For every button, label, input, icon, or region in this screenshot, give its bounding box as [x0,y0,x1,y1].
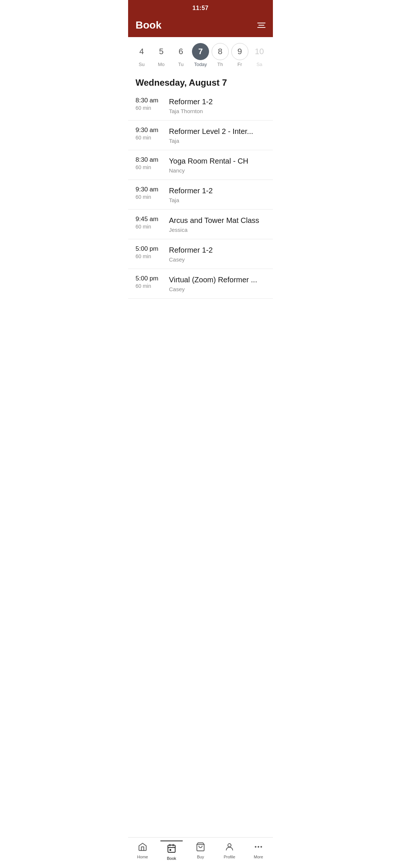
class-time-2: 8:30 am60 min [136,156,169,170]
class-duration-0: 60 min [136,105,151,111]
class-info-0: Reformer 1-2Taja Thornton [169,97,265,114]
class-instructor-6: Casey [169,286,265,292]
class-time-6: 5:00 pm60 min [136,275,169,289]
class-name-2: Yoga Room Rental - CH [169,156,265,166]
day-label-Sa: Sa [257,62,263,67]
class-instructor-2: Nancy [169,167,265,174]
class-item-4[interactable]: 9:45 am60 minArcus and Tower Mat ClassJe… [128,210,273,239]
class-instructor-5: Casey [169,256,265,263]
class-time-main-1: 9:30 am [136,126,158,134]
day-label-Su: Su [138,62,144,67]
page-title: Book [136,19,162,31]
status-bar: 11:57 [128,0,273,16]
class-item-6[interactable]: 5:00 pm60 minVirtual (Zoom) Reformer ...… [128,269,273,299]
class-time-main-6: 5:00 pm [136,275,158,282]
day-label-Fr: Fr [238,62,242,67]
day-label-Tu: Tu [178,62,184,67]
class-time-0: 8:30 am60 min [136,97,169,111]
day-label-Today: Today [194,62,207,67]
day-number-9: 9 [231,43,248,60]
class-item-5[interactable]: 5:00 pm60 minReformer 1-2Casey [128,239,273,269]
class-time-3: 9:30 am60 min [136,186,169,200]
class-info-4: Arcus and Tower Mat ClassJessica [169,216,265,233]
class-item-0[interactable]: 8:30 am60 minReformer 1-2Taja Thornton [128,91,273,121]
calendar-day-7[interactable]: 7Today [192,43,210,67]
day-number-4: 4 [133,43,150,60]
class-time-main-4: 9:45 am [136,216,158,223]
calendar-day-10[interactable]: 10Sa [250,43,268,67]
classes-list: 8:30 am60 minReformer 1-2Taja Thornton9:… [128,91,273,299]
class-info-3: Reformer 1-2Taja [169,186,265,203]
class-time-main-2: 8:30 am [136,156,158,164]
class-time-main-3: 9:30 am [136,186,158,193]
calendar-day-9[interactable]: 9Fr [231,43,249,67]
class-instructor-0: Taja Thornton [169,108,265,114]
class-info-1: Reformer Level 2 - Inter...Taja [169,126,265,144]
day-number-5: 5 [153,43,170,60]
class-instructor-1: Taja [169,138,265,144]
class-item-1[interactable]: 9:30 am60 minReformer Level 2 - Inter...… [128,121,273,150]
date-heading: Wednesday, August 7 [128,70,273,91]
class-info-5: Reformer 1-2Casey [169,245,265,263]
header: Book [128,16,273,37]
calendar-day-8[interactable]: 8Th [211,43,229,67]
class-time-1: 9:30 am60 min [136,126,169,141]
class-name-6: Virtual (Zoom) Reformer ... [169,275,265,285]
filter-button[interactable] [257,23,265,28]
class-name-4: Arcus and Tower Mat Class [169,216,265,225]
class-duration-6: 60 min [136,283,151,289]
class-name-3: Reformer 1-2 [169,186,265,195]
calendar-day-6[interactable]: 6Tu [172,43,190,67]
class-item-2[interactable]: 8:30 am60 minYoga Room Rental - CHNancy [128,150,273,180]
class-name-5: Reformer 1-2 [169,245,265,255]
day-label-Th: Th [217,62,223,67]
class-time-4: 9:45 am60 min [136,216,169,230]
class-time-main-5: 5:00 pm [136,245,158,253]
calendar-strip: 4Su5Mo6Tu7Today8Th9Fr10Sa [128,37,273,70]
filter-icon-line2 [258,25,264,26]
day-number-7: 7 [192,43,209,60]
class-duration-3: 60 min [136,194,151,200]
class-info-6: Virtual (Zoom) Reformer ...Casey [169,275,265,292]
class-duration-2: 60 min [136,164,151,170]
class-duration-1: 60 min [136,135,151,141]
calendar-day-4[interactable]: 4Su [133,43,151,67]
filter-icon-line1 [257,23,265,23]
class-instructor-3: Taja [169,197,265,203]
class-name-0: Reformer 1-2 [169,97,265,106]
class-time-5: 5:00 pm60 min [136,245,169,259]
class-item-3[interactable]: 9:30 am60 minReformer 1-2Taja [128,180,273,210]
class-time-main-0: 8:30 am [136,97,158,104]
class-duration-4: 60 min [136,224,151,230]
class-info-2: Yoga Room Rental - CHNancy [169,156,265,174]
day-number-10: 10 [251,43,268,60]
status-time: 11:57 [192,5,208,11]
filter-icon-line3 [257,27,265,28]
class-instructor-4: Jessica [169,227,265,233]
day-number-8: 8 [212,43,229,60]
class-duration-5: 60 min [136,253,151,259]
calendar-day-5[interactable]: 5Mo [152,43,170,67]
class-name-1: Reformer Level 2 - Inter... [169,126,265,136]
day-number-6: 6 [172,43,189,60]
day-label-Mo: Mo [158,62,164,67]
